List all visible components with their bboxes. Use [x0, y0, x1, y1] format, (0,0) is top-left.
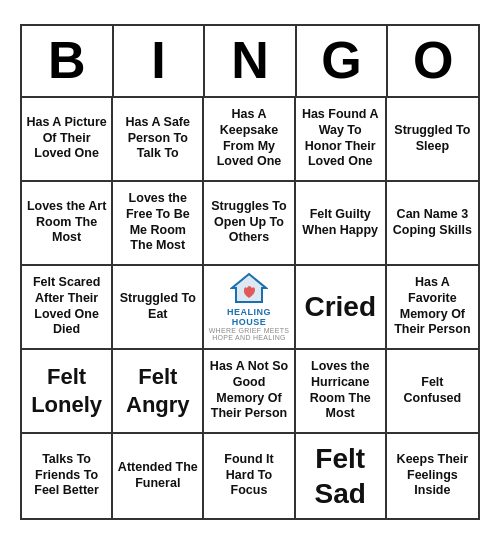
logo-tagline: WHERE GRIEF MEETS HOPE AND HEALING [208, 327, 289, 341]
bingo-cell-r5c4: Felt Sad [296, 434, 387, 518]
cell-text-r2c5: Can Name 3 Coping Skills [391, 207, 474, 238]
cell-text-r1c2: Has A Safe Person To Talk To [117, 115, 198, 162]
bingo-grid: Has A Picture Of Their Loved OneHas A Sa… [22, 98, 478, 518]
cell-text-r4c2: Felt Angry [117, 363, 198, 418]
bingo-cell-r2c2: Loves the Free To Be Me Room The Most [113, 182, 204, 266]
cell-text-r3c1: Felt Scared After Their Loved One Died [26, 275, 107, 338]
cell-text-r1c4: Has Found A Way To Honor Their Loved One [300, 107, 381, 170]
bingo-cell-r3c3: HEALING HOUSE WHERE GRIEF MEETS HOPE AND… [204, 266, 295, 350]
bingo-letter-g: G [297, 26, 389, 97]
cell-text-r2c2: Loves the Free To Be Me Room The Most [117, 191, 198, 254]
bingo-letter-i: I [114, 26, 206, 97]
bingo-header: BINGO [22, 26, 478, 97]
cell-text-r1c1: Has A Picture Of Their Loved One [26, 115, 107, 162]
cell-text-r2c1: Loves the Art Room The Most [26, 199, 107, 246]
bingo-cell-r4c5: Felt Confused [387, 350, 478, 434]
bingo-cell-r4c1: Felt Lonely [22, 350, 113, 434]
bingo-cell-r5c1: Talks To Friends To Feel Better [22, 434, 113, 518]
cell-text-r4c1: Felt Lonely [26, 363, 107, 418]
bingo-cell-r5c2: Attended The Funeral [113, 434, 204, 518]
bingo-cell-r1c5: Struggled To Sleep [387, 98, 478, 182]
bingo-cell-r3c4: Cried [296, 266, 387, 350]
cell-text-r2c3: Struggles To Open Up To Others [208, 199, 289, 246]
bingo-cell-r2c1: Loves the Art Room The Most [22, 182, 113, 266]
cell-text-r4c5: Felt Confused [391, 375, 474, 406]
bingo-cell-r5c3: Found It Hard To Focus [204, 434, 295, 518]
bingo-cell-r3c1: Felt Scared After Their Loved One Died [22, 266, 113, 350]
bingo-cell-r4c3: Has A Not So Good Memory Of Their Person [204, 350, 295, 434]
logo-name: HEALING HOUSE [208, 307, 289, 327]
bingo-cell-r4c4: Loves the Hurricane Room The Most [296, 350, 387, 434]
bingo-cell-r3c5: Has A Favorite Memory Of Their Person [387, 266, 478, 350]
bingo-cell-r1c1: Has A Picture Of Their Loved One [22, 98, 113, 182]
bingo-cell-r2c3: Struggles To Open Up To Others [204, 182, 295, 266]
bingo-letter-b: B [22, 26, 114, 97]
cell-text-r5c2: Attended The Funeral [117, 460, 198, 491]
bingo-cell-r1c3: Has A Keepsake From My Loved One [204, 98, 295, 182]
cell-text-r2c4: Felt Guilty When Happy [300, 207, 381, 238]
bingo-cell-r1c2: Has A Safe Person To Talk To [113, 98, 204, 182]
bingo-cell-r5c5: Keeps Their Feelings Inside [387, 434, 478, 518]
cell-text-r3c5: Has A Favorite Memory Of Their Person [391, 275, 474, 338]
cell-text-r3c4: Cried [304, 289, 376, 324]
cell-text-r5c4: Felt Sad [300, 441, 381, 511]
bingo-cell-r2c4: Felt Guilty When Happy [296, 182, 387, 266]
cell-text-r3c2: Struggled To Eat [117, 291, 198, 322]
bingo-card: BINGO Has A Picture Of Their Loved OneHa… [20, 24, 480, 519]
bingo-cell-r4c2: Felt Angry [113, 350, 204, 434]
bingo-cell-r2c5: Can Name 3 Coping Skills [387, 182, 478, 266]
free-space-logo: HEALING HOUSE WHERE GRIEF MEETS HOPE AND… [208, 270, 289, 344]
cell-text-r1c5: Struggled To Sleep [391, 123, 474, 154]
bingo-letter-n: N [205, 26, 297, 97]
cell-text-r5c1: Talks To Friends To Feel Better [26, 452, 107, 499]
bingo-cell-r1c4: Has Found A Way To Honor Their Loved One [296, 98, 387, 182]
bingo-letter-o: O [388, 26, 478, 97]
cell-text-r5c5: Keeps Their Feelings Inside [391, 452, 474, 499]
bingo-cell-r3c2: Struggled To Eat [113, 266, 204, 350]
cell-text-r4c4: Loves the Hurricane Room The Most [300, 359, 381, 422]
cell-text-r5c3: Found It Hard To Focus [208, 452, 289, 499]
cell-text-r4c3: Has A Not So Good Memory Of Their Person [208, 359, 289, 422]
cell-text-r1c3: Has A Keepsake From My Loved One [208, 107, 289, 170]
